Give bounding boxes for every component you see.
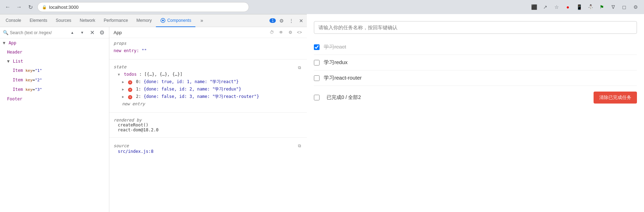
- todos-expand-arrow: ▼: [118, 73, 120, 76]
- tab-console[interactable]: Console: [1, 14, 25, 27]
- all-checkbox[interactable]: [314, 95, 320, 100]
- code-button[interactable]: <>: [296, 29, 303, 36]
- item2-index: 2:: [136, 94, 144, 99]
- more-options-button[interactable]: ⋮: [287, 17, 296, 25]
- item2-component-name: Item: [13, 77, 23, 82]
- extension6-icon[interactable]: ◻: [619, 2, 629, 12]
- tree-item-app[interactable]: ▼ App: [0, 38, 109, 48]
- state-item1-row[interactable]: ▶ ✕ 1: {done: false, id: 2, name: "学习red…: [114, 86, 303, 93]
- browser-toolbar: ← → ↻ 🔒 localhost:3000 ⬛ ↗ ☆ ● 📱 ⛄ ⚑ ∇ ◻…: [0, 0, 644, 14]
- item1-key-label: key: [25, 68, 32, 73]
- todo-text-2: 学习redux: [324, 59, 348, 66]
- components-tab-label: Components: [167, 18, 191, 23]
- header-component-name: Header: [7, 50, 22, 55]
- rendered-by-line2: react-dom@18.2.0: [114, 127, 303, 132]
- source-section: source ⧉ src/index.js:8: [109, 140, 307, 157]
- devtools-panel: Console Elements Sources Network Perform…: [0, 14, 307, 212]
- todos-key: todos: [124, 72, 136, 77]
- extension5-icon[interactable]: ∇: [608, 2, 618, 12]
- extension4-icon[interactable]: ⚑: [597, 2, 607, 12]
- address-bar[interactable]: 🔒 localhost:3000: [37, 2, 249, 12]
- search-down-button[interactable]: ▼: [78, 29, 86, 37]
- elements-tab-label: Elements: [30, 18, 47, 23]
- tab-memory[interactable]: Memory: [132, 14, 156, 27]
- source-header: source ⧉: [114, 143, 303, 149]
- tree-item-item1[interactable]: Item key="1": [0, 66, 109, 75]
- tree-settings-button[interactable]: ⚙: [98, 29, 106, 37]
- app-toggle: ▼: [3, 40, 5, 45]
- circle-x-2: ✕: [128, 95, 132, 99]
- state-new-entry: new entry: [114, 100, 303, 107]
- source-label: source: [114, 143, 129, 148]
- item3-component-name: Item: [13, 87, 23, 92]
- chat-badge: 1: [269, 18, 276, 23]
- clear-done-button[interactable]: 清除已完成任务: [594, 92, 637, 104]
- tab-more[interactable]: »: [196, 14, 207, 27]
- extension3-icon[interactable]: ⛄: [585, 2, 595, 12]
- state-section: state ⧉ ▼ todos : [{…}, {…}, {…}] ▶ ✕: [109, 62, 307, 110]
- state-item0-row[interactable]: ▶ ✕ 0: {done: true, id: 1, name: "学习reac…: [114, 78, 303, 86]
- list-component-name: List: [13, 59, 23, 64]
- item1-expand: ▶: [122, 87, 124, 91]
- circle-x-0: ✕: [128, 80, 132, 85]
- item2-key-label: key: [25, 78, 32, 82]
- memory-tab-label: Memory: [136, 18, 152, 23]
- tree-item-header[interactable]: Header: [0, 48, 109, 57]
- state-section-header: state ⧉: [114, 64, 303, 71]
- tab-network[interactable]: Network: [75, 14, 99, 27]
- component-tree: 🔍 ▲ ▼ ✕ ⚙ ▼ App Header ▼ List: [0, 27, 109, 212]
- search-icon: 🔍: [3, 30, 8, 35]
- tab-elements[interactable]: Elements: [25, 14, 51, 27]
- tree-item-list[interactable]: ▼ List: [0, 57, 109, 66]
- cast-icon[interactable]: ⬛: [529, 2, 539, 12]
- extension7-icon[interactable]: ⚙: [631, 2, 640, 12]
- star-icon[interactable]: ☆: [552, 2, 561, 12]
- search-input[interactable]: [10, 30, 67, 35]
- tab-sources[interactable]: Sources: [51, 14, 75, 27]
- state-item2-row[interactable]: ▶ ✕ 2: {done: false, id: 3, name: "学习rea…: [114, 93, 303, 100]
- tree-item-item2[interactable]: Item key="2": [0, 75, 109, 85]
- close-devtools-button[interactable]: ✕: [297, 17, 305, 25]
- item2-key-value: "2": [35, 78, 42, 82]
- source-copy-button[interactable]: ⧉: [296, 143, 303, 149]
- item2-expand: ▶: [122, 95, 124, 99]
- timer-button[interactable]: ⏱: [269, 29, 275, 36]
- state-new-entry-label: new entry: [122, 101, 145, 106]
- todo-checkbox-3[interactable]: [314, 75, 320, 81]
- browser-chrome: ← → ↻ 🔒 localhost:3000 ⬛ ↗ ☆ ● 📱 ⛄ ⚑ ∇ ◻…: [0, 0, 644, 14]
- todo-input[interactable]: [314, 21, 637, 34]
- extension1-icon[interactable]: ●: [563, 2, 573, 12]
- search-clear-button[interactable]: ✕: [88, 29, 96, 37]
- back-button[interactable]: ←: [4, 3, 12, 11]
- share-icon[interactable]: ↗: [540, 2, 550, 12]
- selected-component-label: App: [114, 30, 122, 35]
- settings-button[interactable]: ⚙: [277, 17, 286, 25]
- address-text: localhost:3000: [49, 5, 79, 10]
- tab-components[interactable]: Components: [156, 14, 195, 27]
- tab-performance[interactable]: Performance: [99, 14, 132, 27]
- tree-item-footer[interactable]: Footer: [0, 94, 109, 104]
- props-new-entry-row: new entry: "": [114, 47, 303, 54]
- props-panel: App ⏱ 👁 ⚙ <> props new entry: "": [109, 27, 307, 212]
- state-copy-button[interactable]: ⧉: [296, 64, 303, 71]
- forward-button[interactable]: →: [15, 3, 23, 11]
- todo-checkbox-1[interactable]: [314, 44, 320, 50]
- props-new-entry-key: new entry:: [114, 48, 139, 53]
- settings-panel-button[interactable]: ⚙: [287, 29, 293, 36]
- source-value: src/index.js:8: [114, 149, 303, 154]
- extension2-icon[interactable]: 📱: [574, 2, 584, 12]
- eye-button[interactable]: 👁: [278, 29, 284, 36]
- tree-item-item3[interactable]: Item key="3": [0, 85, 109, 94]
- browser-toolbar-icons: ⬛ ↗ ☆ ● 📱 ⛄ ⚑ ∇ ◻ ⚙: [529, 2, 640, 12]
- refresh-button[interactable]: ↻: [26, 3, 35, 11]
- state-todos-collapsed[interactable]: ▼ todos : [{…}, {…}, {…}]: [114, 71, 303, 78]
- todo-footer-left: 已完成0 / 全部2: [314, 94, 361, 101]
- item3-key-value: "3": [35, 87, 42, 92]
- todo-item-1: 学习react: [314, 39, 637, 55]
- item2-value: {done: false, id: 3, name: "学习react-rout…: [144, 94, 259, 99]
- todo-footer: 已完成0 / 全部2 清除已完成任务: [314, 86, 637, 104]
- item1-key-value: "1": [35, 68, 42, 73]
- circle-x-1: ✕: [128, 88, 132, 92]
- search-up-button[interactable]: ▲: [68, 29, 77, 37]
- todo-checkbox-2[interactable]: [314, 60, 320, 66]
